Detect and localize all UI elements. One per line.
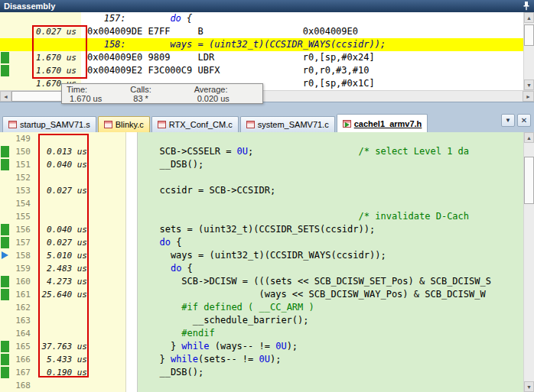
code-line[interactable]: sets = (uint32_t)(CCSIDR_SETS(ccsidr)); <box>138 223 523 236</box>
scroll-right-icon[interactable] <box>523 91 534 102</box>
breakpoint-margin[interactable] <box>0 353 11 366</box>
execution-time: 2.483 us <box>34 262 87 275</box>
scrollbar-thumb[interactable] <box>524 24 534 46</box>
scroll-down-icon[interactable] <box>524 381 534 392</box>
editor-line[interactable]: 1592.483 us do { <box>0 262 523 275</box>
breakpoint-margin[interactable] <box>0 314 11 327</box>
breakpoint-margin[interactable] <box>0 132 11 145</box>
code-line[interactable]: __schedule_barrier(); <box>138 314 523 327</box>
current-statement-arrow <box>2 251 8 259</box>
editor-line[interactable]: 1530.027 us ccsidr = SCB->CCSIDR; <box>0 184 523 197</box>
breakpoint-margin[interactable] <box>0 145 11 158</box>
editor-line[interactable]: 16537.763 us } while (ways-- != 0U); <box>0 340 523 353</box>
breakpoint-margin[interactable] <box>0 158 11 171</box>
breakpoint-margin[interactable] <box>0 327 11 340</box>
close-tab-icon[interactable] <box>517 114 531 127</box>
editor-line[interactable]: 154 <box>0 197 523 210</box>
code-line[interactable] <box>138 379 523 392</box>
disassembly-row[interactable]: 1.670 us0x004009E2 F3C000C9 UBFX r0,r0,#… <box>0 64 523 77</box>
code-line[interactable]: /* invalidate D-Cach <box>138 210 523 223</box>
disassembly-vscrollbar[interactable] <box>523 12 534 90</box>
code-line[interactable]: do { <box>138 236 523 249</box>
editor-line[interactable]: 1585.010 us ways = (uint32_t)(CCSIDR_WAY… <box>0 249 523 262</box>
editor-line[interactable]: 1510.040 us __DSB(); <box>0 158 523 171</box>
code-line[interactable]: do { <box>138 262 523 275</box>
code-line[interactable] <box>138 132 523 145</box>
editor-line[interactable]: 163 __schedule_barrier(); <box>0 314 523 327</box>
pin-icon[interactable] <box>523 1 530 12</box>
editor-line[interactable]: 152 <box>0 171 523 184</box>
breakpoint-margin[interactable] <box>0 288 11 301</box>
breakpoint-margin[interactable] <box>0 379 11 392</box>
scroll-up-icon[interactable] <box>524 132 534 143</box>
breakpoint-margin[interactable] <box>0 210 11 223</box>
tab-rtx-conf-cm[interactable]: RTX_Conf_CM.c <box>151 116 239 132</box>
disassembly-row[interactable]: 0.027 us0x004009DE E7FF B 0x004009E0 <box>0 25 523 38</box>
breakpoint-margin[interactable] <box>0 366 11 379</box>
editor-line[interactable]: 162 #if defined ( __CC_ARM ) <box>0 301 523 314</box>
tab-list-dropdown-icon[interactable] <box>501 114 515 127</box>
disassembly-row[interactable]: 158: ways = (uint32_t)(CCSIDR_WAYS(ccsid… <box>0 38 523 51</box>
breakpoint-margin[interactable] <box>0 197 11 210</box>
tab-blinky[interactable]: Blinky.c <box>98 116 150 132</box>
breakpoint-margin[interactable] <box>0 249 11 262</box>
code-line[interactable]: } while(sets-- != 0U); <box>138 353 523 366</box>
disassembly-row[interactable]: 1.670 us0x004009E0 9809 LDR r0,[sp,#0x24… <box>0 51 523 64</box>
breakpoint-margin[interactable] <box>0 301 11 314</box>
breakpoint-margin[interactable] <box>0 171 11 184</box>
scroll-up-icon[interactable] <box>524 12 534 23</box>
editor-vscrollbar[interactable] <box>523 132 534 392</box>
editor-line[interactable]: 1560.040 us sets = (uint32_t)(CCSIDR_SET… <box>0 223 523 236</box>
editor-line[interactable]: 16125.640 us (ways << SCB_DCISW_WAY_Pos)… <box>0 288 523 301</box>
code-line[interactable]: #endif <box>138 327 523 340</box>
editor-line[interactable]: 1570.027 us do { <box>0 236 523 249</box>
tooltip-label: Calls: <box>130 85 194 94</box>
scrollbar-thumb[interactable] <box>524 157 534 204</box>
editor-line[interactable]: 1670.190 us __DSB(); <box>0 366 523 379</box>
editor-line[interactable]: 164 #endif <box>0 327 523 340</box>
disassembly-titlebar[interactable]: Disassembly <box>0 0 534 12</box>
code-line[interactable]: ways = (uint32_t)(CCSIDR_WAYS(ccsidr)); <box>138 249 523 262</box>
breakpoint-margin[interactable] <box>0 223 11 236</box>
code-line[interactable] <box>138 171 523 184</box>
scroll-left-icon[interactable] <box>0 91 11 102</box>
line-number: 153 <box>11 184 34 197</box>
breakpoint-margin[interactable] <box>0 184 11 197</box>
execution-time <box>34 171 87 184</box>
breakpoint-margin[interactable] <box>0 236 11 249</box>
tab-startup-samv71[interactable]: startup_SAMV71.s <box>2 116 96 132</box>
code-line[interactable] <box>138 197 523 210</box>
code-line[interactable]: SCB->CSSELR = 0U; /* select Level 1 da <box>138 145 523 158</box>
editor-line[interactable]: 168 <box>0 379 523 392</box>
coverage-block <box>1 159 9 170</box>
coverage-block <box>1 276 9 287</box>
code-line[interactable]: __DSB(); <box>138 366 523 379</box>
code-line[interactable]: } while (ways-- != 0U); <box>138 340 523 353</box>
editor-line[interactable]: 155 /* invalidate D-Cach <box>0 210 523 223</box>
margin-strip <box>125 314 138 327</box>
breakpoint-margin[interactable] <box>0 262 11 275</box>
disassembly-row[interactable]: 157: do { <box>0 12 523 25</box>
editor-line[interactable]: 1665.433 us } while(sets-- != 0U); <box>0 353 523 366</box>
code-line[interactable]: ccsidr = SCB->CCSIDR; <box>138 184 523 197</box>
editor-line[interactable]: 1604.273 us SCB->DCISW = (((sets << SCB_… <box>0 275 523 288</box>
code-line[interactable]: __DSB(); <box>138 158 523 171</box>
tooltip-value: 83 * <box>130 94 194 103</box>
instruction-text: 0x004009E0 9809 LDR r0,[sp,#0x24] <box>81 51 523 64</box>
scrollbar-track[interactable] <box>524 143 534 381</box>
execution-time <box>34 210 87 223</box>
breakpoint-margin[interactable] <box>0 340 11 353</box>
line-number: 168 <box>11 379 34 392</box>
scrollbar-track[interactable] <box>524 23 534 79</box>
tab-cachel1-armv7[interactable]: cachel1_armv7.h <box>337 114 428 132</box>
code-line[interactable]: (ways << SCB_DCISW_WAY_Pos) & SCB_DCISW_… <box>138 288 523 301</box>
code-line[interactable]: #if defined ( __CC_ARM ) <box>138 301 523 314</box>
editor-line[interactable]: 149 <box>0 132 523 145</box>
scroll-down-icon[interactable] <box>524 79 534 90</box>
tab-system-samv71[interactable]: system_SAMV71.c <box>240 116 335 132</box>
code-text: } <box>148 341 181 352</box>
editor-line[interactable]: 1500.013 us SCB->CSSELR = 0U; /* select … <box>0 145 523 158</box>
breakpoint-margin[interactable] <box>0 275 11 288</box>
coverage-margin <box>0 64 11 77</box>
code-line[interactable]: SCB->DCISW = (((sets << SCB_DCISW_SET_Po… <box>138 275 523 288</box>
